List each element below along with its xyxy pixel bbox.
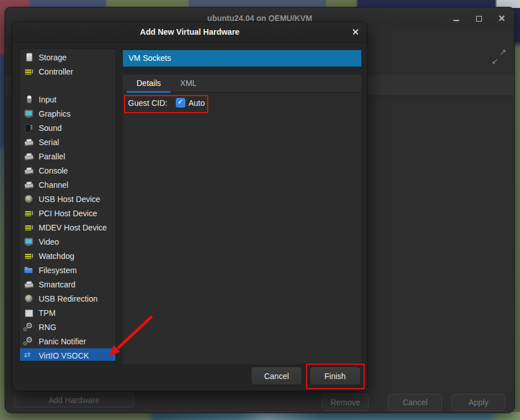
minimize-icon[interactable] — [452, 14, 461, 23]
hardware-type-item[interactable]: PCI Host Device — [20, 206, 115, 220]
storage-disk-icon — [24, 52, 34, 62]
parallel-device-icon — [24, 151, 34, 161]
hardware-type-item[interactable]: Controller — [20, 64, 115, 79]
hardware-type-label: Smartcard — [39, 280, 76, 289]
add-hardware-dialog: Add New Virtual Hardware Storage Control… — [12, 22, 368, 391]
panel-tab[interactable]: Details — [127, 75, 171, 93]
hardware-type-item[interactable]: Graphics — [20, 106, 115, 121]
wallpaper-bottom-strip — [0, 412, 520, 420]
guest-cid-row: Guest CID: Auto — [128, 98, 205, 108]
panel-tabstrip: Details XML — [123, 75, 361, 93]
dialog-titlebar[interactable]: Add New Virtual Hardware — [13, 22, 367, 43]
hardware-type-item[interactable]: Parallel — [20, 149, 115, 163]
panic-notifier-gears-icon — [24, 336, 34, 346]
hardware-type-item[interactable]: USB Redirection — [20, 291, 115, 306]
hardware-type-item[interactable]: RNG — [20, 320, 115, 334]
guest-cid-label: Guest CID: — [128, 98, 167, 108]
watchdog-chip-icon — [24, 251, 34, 261]
usb-redirection-icon — [24, 294, 34, 303]
panel-header: VM Sockets — [123, 50, 361, 67]
hardware-type-item[interactable]: Sound — [20, 121, 115, 135]
finish-button[interactable]: Finish — [309, 367, 361, 385]
hardware-type-label: PCI Host Device — [39, 209, 97, 218]
hardware-type-label: Watchdog — [39, 252, 75, 261]
mdev-host-chip-icon — [24, 223, 34, 232]
hardware-type-label: Input — [39, 95, 56, 104]
vsock-arrows-icon — [24, 351, 34, 360]
hardware-type-item[interactable]: Filesystem — [20, 263, 115, 277]
hardware-type-label: Storage — [39, 53, 67, 62]
panel-content: Guest CID: Auto — [123, 93, 361, 364]
hardware-type-label: MDEV Host Device — [39, 223, 107, 232]
hardware-type-label: Filesystem — [39, 266, 77, 275]
apply-button[interactable]: Apply — [452, 394, 505, 411]
auto-label: Auto — [188, 98, 205, 108]
graphics-display-icon — [24, 109, 34, 118]
channel-device-icon — [24, 180, 34, 190]
hardware-type-label: Graphics — [39, 109, 71, 118]
video-display-icon — [24, 237, 34, 246]
close-icon[interactable] — [497, 14, 506, 23]
fullscreen-arrows-icon[interactable]: ↗ ↙ — [492, 49, 506, 64]
rng-gears-icon — [24, 322, 34, 332]
console-device-icon — [24, 166, 34, 175]
hardware-type-label: USB Redirection — [39, 294, 98, 303]
hardware-type-item[interactable]: TPM — [20, 306, 115, 320]
hardware-type-item[interactable]: Smartcard — [20, 277, 115, 291]
hardware-type-item[interactable]: USB Host Device — [20, 192, 115, 206]
hardware-type-label: Video — [39, 237, 59, 246]
auto-checkbox[interactable] — [176, 98, 185, 108]
hardware-type-label: Serial — [39, 138, 59, 147]
hardware-type-label: RNG — [39, 323, 56, 332]
panel-tab[interactable]: XML — [171, 75, 207, 93]
arrow-up-right-icon: ↗ — [500, 47, 506, 56]
usb-host-device-icon — [24, 194, 34, 204]
maximize-icon[interactable] — [474, 14, 484, 23]
hardware-type-label: Panic Notifier — [39, 337, 86, 346]
sound-speaker-icon — [24, 123, 34, 133]
hardware-type-item[interactable]: MDEV Host Device — [20, 220, 115, 234]
dialog-title: Add New Virtual Hardware — [13, 22, 367, 42]
hardware-type-label: USB Host Device — [39, 195, 100, 204]
hardware-type-item[interactable]: Storage — [20, 50, 115, 64]
smartcard-device-icon — [24, 279, 34, 289]
vm-cancel-button[interactable]: Cancel — [388, 394, 442, 411]
hardware-type-label: Channel — [39, 180, 68, 190]
hardware-type-label: Console — [39, 166, 68, 175]
controller-chip-icon — [24, 67, 34, 76]
pci-host-chip-icon — [24, 208, 34, 218]
remove-button[interactable]: Remove — [322, 394, 369, 411]
dialog-cancel-button[interactable]: Cancel — [251, 367, 302, 385]
hardware-type-label: Sound — [39, 123, 61, 133]
hardware-type-item[interactable]: Channel — [20, 178, 115, 192]
desktop: ubuntu24.04 on QEMU/KVM ↗ ↙ Add Hardware… — [0, 0, 520, 420]
hardware-type-item[interactable]: Panic Notifier — [20, 334, 115, 348]
input-mouse-icon — [24, 94, 34, 104]
hardware-type-item[interactable]: Video — [20, 234, 115, 249]
tab-label: Details — [137, 79, 161, 88]
add-hardware-button[interactable]: Add Hardware — [14, 393, 134, 407]
hardware-type-label: TPM — [39, 308, 56, 318]
dialog-close-icon[interactable] — [349, 25, 362, 39]
hardware-type-item[interactable]: VirtIO VSOCK — [20, 348, 115, 361]
hardware-type-list: Storage Controller Input Graphics Sound … — [19, 48, 116, 361]
hardware-type-label: VirtIO VSOCK — [39, 351, 89, 360]
arrow-down-left-icon: ↙ — [492, 56, 498, 65]
tab-label: XML — [180, 79, 197, 88]
hardware-type-label: Controller — [39, 67, 73, 76]
hardware-type-item[interactable]: Serial — [20, 135, 115, 149]
hardware-type-item[interactable]: Watchdog — [20, 249, 115, 263]
vm-window-controls — [452, 7, 506, 29]
hardware-type-item[interactable]: Console — [20, 163, 115, 178]
filesystem-folder-icon — [24, 265, 34, 275]
serial-device-icon — [24, 137, 34, 147]
tpm-chip-icon — [24, 308, 34, 318]
hardware-type-item[interactable]: Input — [20, 92, 115, 106]
hardware-type-label: Parallel — [39, 152, 65, 161]
